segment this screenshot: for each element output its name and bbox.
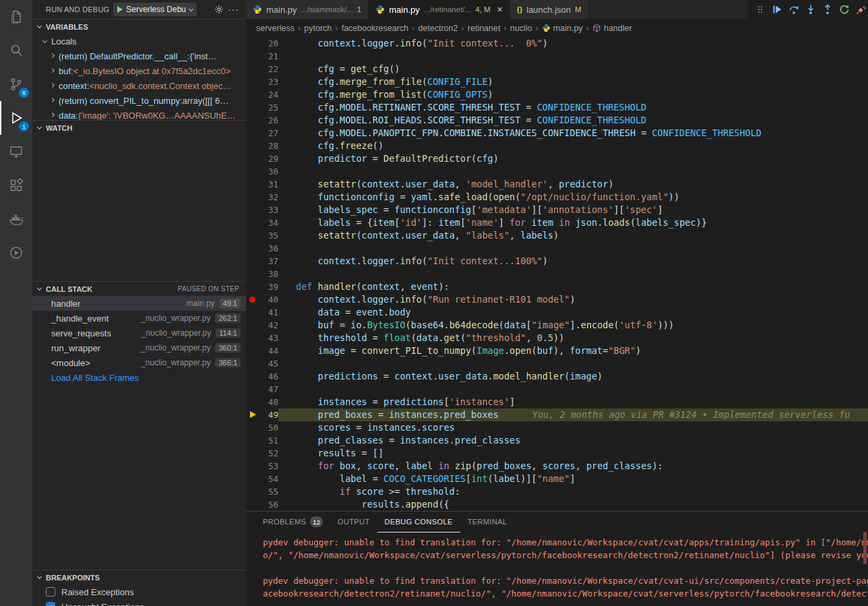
- breadcrumb-item[interactable]: handler: [592, 24, 632, 33]
- gutter-space[interactable]: [246, 229, 261, 242]
- gutter-space[interactable]: [246, 306, 261, 319]
- gutter-space[interactable]: [246, 319, 261, 332]
- code-text[interactable]: results.append({: [278, 498, 868, 511]
- code-text[interactable]: cfg.MODEL.RETINANET.SCORE_THRESH_TEST = …: [278, 101, 868, 114]
- code-editor[interactable]: 20 context.logger.info("Init context... …: [246, 37, 868, 511]
- panel-tab-output[interactable]: OUTPUT: [330, 512, 377, 533]
- activity-bar-item-extensions[interactable]: [0, 169, 32, 202]
- stack-frame-row[interactable]: serve_requests_nuclio_wrapper.py114:1: [32, 326, 246, 340]
- code-text[interactable]: def handler(context, event):: [278, 280, 868, 293]
- step-into-button[interactable]: [805, 3, 816, 16]
- code-text[interactable]: pred_boxes = instances.pred_boxesYou, 2 …: [278, 408, 868, 421]
- activity-bar-item-remote-explorer[interactable]: [0, 135, 32, 169]
- gutter-space[interactable]: [246, 127, 261, 140]
- stack-frame-row[interactable]: <module>_nuclio_wrapper.py366:1: [32, 355, 246, 370]
- code-text[interactable]: cfg.merge_from_file(CONFIG_FILE): [278, 75, 868, 88]
- code-text[interactable]: data = event.body: [278, 306, 868, 319]
- variable-row[interactable]: (return) DefaultPredictor.__call__: {'in…: [32, 49, 246, 63]
- activity-bar-item-run-and-debug[interactable]: 1: [0, 101, 32, 135]
- code-text[interactable]: results = []: [278, 447, 868, 460]
- code-text[interactable]: [278, 50, 868, 63]
- gutter-space[interactable]: [246, 396, 261, 408]
- code-text[interactable]: cfg = get_cfg(): [278, 63, 868, 75]
- panel-tab-debug-console[interactable]: DEBUG CONSOLE: [377, 512, 460, 533]
- gutter-space[interactable]: [246, 485, 261, 498]
- code-text[interactable]: instances = predictions['instances']: [278, 396, 868, 408]
- code-text[interactable]: predictions = context.user_data.model_ha…: [278, 370, 868, 383]
- gutter-space[interactable]: [246, 75, 261, 88]
- gutter-space[interactable]: [246, 447, 261, 460]
- activity-bar-item-explorer[interactable]: [0, 0, 32, 34]
- code-text[interactable]: [278, 357, 868, 370]
- close-icon[interactable]: ×: [497, 5, 503, 14]
- code-text[interactable]: labels_spec = functionconfig['metadata']…: [278, 204, 868, 216]
- code-text[interactable]: pred_classes = instances.pred_classes: [278, 434, 868, 447]
- code-text[interactable]: label = COCO_CATEGORIES[int(label)]["nam…: [278, 473, 868, 485]
- call-stack-section-header[interactable]: CALL STACK PAUSED ON STEP: [32, 281, 246, 296]
- code-text[interactable]: for box, score, label in zip(pred_boxes,…: [278, 460, 868, 473]
- load-all-stack-frames-link[interactable]: Load All Stack Frames: [32, 370, 246, 385]
- breakpoints-section-header[interactable]: BREAKPOINTS: [32, 570, 246, 584]
- breadcrumb-item[interactable]: main.py: [542, 24, 583, 33]
- checkbox-checked[interactable]: ✓: [46, 602, 55, 606]
- stack-frame-row[interactable]: _handle_event_nuclio_wrapper.py262:1: [32, 311, 246, 326]
- activity-bar-item-docker[interactable]: [0, 202, 32, 236]
- step-out-button[interactable]: [822, 3, 833, 16]
- breadcrumb-item[interactable]: nuclio: [510, 24, 532, 33]
- step-over-button[interactable]: [788, 3, 799, 16]
- continue-button[interactable]: [772, 3, 782, 16]
- watch-section-header[interactable]: WATCH: [32, 120, 246, 135]
- activity-bar-item-test-explorer[interactable]: [0, 236, 32, 270]
- editor-tab[interactable]: {}launch.jsonM: [510, 0, 589, 19]
- code-text[interactable]: setattr(context.user_data, 'model_handle…: [278, 178, 868, 191]
- gutter-space[interactable]: [246, 191, 261, 204]
- gutter-space[interactable]: [246, 344, 261, 357]
- activity-bar-item-search[interactable]: [0, 34, 32, 67]
- gutter-space[interactable]: [246, 332, 261, 344]
- disconnect-button[interactable]: [856, 3, 867, 16]
- code-text[interactable]: context.logger.info("Init context... 0%"…: [278, 37, 868, 50]
- editor-tab[interactable]: main.py.../siammask/...1: [246, 0, 369, 19]
- gutter-space[interactable]: [246, 473, 261, 485]
- debug-current-line-arrow-icon[interactable]: [246, 408, 261, 421]
- gutter-space[interactable]: [246, 204, 261, 216]
- gutter-space[interactable]: [246, 242, 261, 255]
- chevron-right-icon[interactable]: [50, 97, 55, 102]
- breadcrumb-item[interactable]: detectron2: [418, 24, 458, 33]
- gutter-space[interactable]: [246, 357, 261, 370]
- code-text[interactable]: threshold = float(data.get("threshold", …: [278, 332, 868, 344]
- code-text[interactable]: predictor = DefaultPredictor(cfg): [278, 152, 868, 165]
- code-text[interactable]: scores = instances.scores: [278, 421, 868, 434]
- gutter-space[interactable]: [246, 268, 261, 280]
- editor-tab[interactable]: main.py.../retinanet/...4, M×: [369, 0, 509, 19]
- gear-icon[interactable]: [214, 5, 224, 14]
- variable-row[interactable]: buf: <_io.BytesIO object at 0x7f5a2dc1ec…: [32, 63, 246, 78]
- code-text[interactable]: context.logger.info("Init context...100%…: [278, 255, 868, 268]
- variable-row[interactable]: data: {'image': 'iVBORw0KG…AAAANSUhE…: [32, 108, 246, 120]
- code-text[interactable]: image = convert_PIL_to_numpy(Image.open(…: [278, 344, 868, 357]
- gutter-space[interactable]: [246, 63, 261, 75]
- chevron-down-icon[interactable]: [42, 38, 47, 42]
- gutter-space[interactable]: [246, 37, 261, 50]
- code-text[interactable]: functionconfig = yaml.safe_load(open("/o…: [278, 191, 868, 204]
- scope-locals[interactable]: Locals: [32, 34, 246, 49]
- gutter-space[interactable]: [246, 140, 261, 152]
- chevron-right-icon[interactable]: [50, 53, 55, 57]
- gutter-space[interactable]: [246, 216, 261, 229]
- gutter-space[interactable]: [246, 178, 261, 191]
- variable-row[interactable]: context: <nuclio_sdk.context.Context obj…: [32, 78, 246, 93]
- code-text[interactable]: buf = io.BytesIO(base64.b64decode(data["…: [278, 319, 868, 332]
- code-text[interactable]: labels = {item['id']: item['name'] for i…: [278, 216, 868, 229]
- launch-config-dropdown[interactable]: Serverless Debu: [113, 3, 197, 16]
- breakpoint-row[interactable]: Raised Exceptions: [32, 584, 246, 599]
- gutter-space[interactable]: [246, 460, 261, 473]
- start-debugging-icon[interactable]: [117, 6, 123, 13]
- breadcrumb-item[interactable]: pytorch: [304, 24, 332, 33]
- chevron-right-icon[interactable]: [50, 67, 55, 72]
- gutter-space[interactable]: [246, 114, 261, 127]
- code-text[interactable]: cfg.MODEL.ROI_HEADS.SCORE_THRESH_TEST = …: [278, 114, 868, 127]
- code-text[interactable]: cfg.freeze(): [278, 140, 868, 152]
- breakpoint-icon[interactable]: [246, 293, 261, 306]
- breakpoint-row[interactable]: ✓Uncaught Exceptions: [32, 599, 246, 606]
- gutter-space[interactable]: [246, 370, 261, 383]
